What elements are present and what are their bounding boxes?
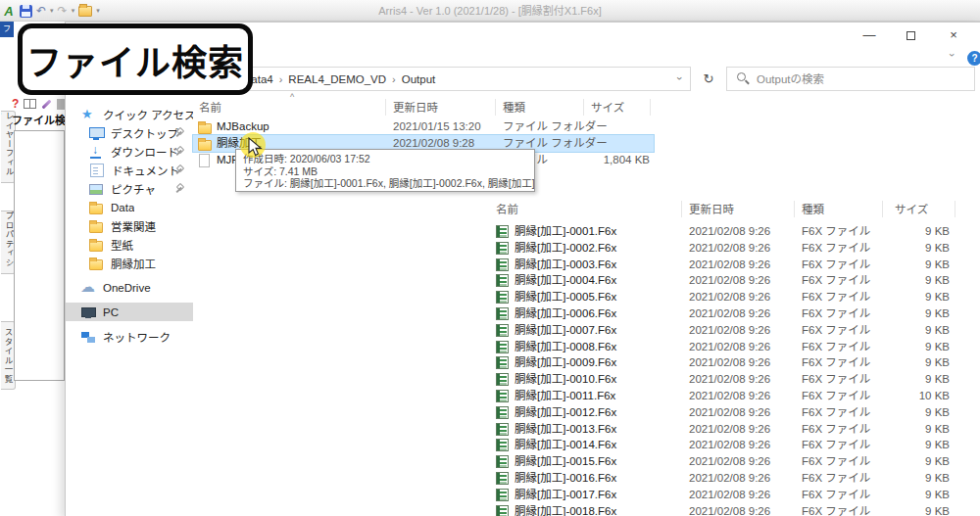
f6x-icon [496, 489, 509, 501]
column-divider[interactable] [495, 99, 496, 116]
f6x-icon [496, 324, 509, 337]
column-header-type[interactable]: 種類 [802, 201, 824, 216]
file-size: 1,804 KB [575, 152, 650, 168]
column-divider[interactable] [583, 99, 584, 116]
file-row[interactable]: 胴縁[加工]-0008.F6x 2021/02/08 9:26 F6X ファイル… [487, 339, 977, 355]
breadcrumb-segment[interactable]: Output [402, 73, 436, 85]
sidebar-item[interactable]: クイック アクセス [66, 105, 193, 123]
search-input[interactable] [757, 73, 974, 85]
column-header-size[interactable]: サイズ [895, 201, 928, 216]
column-header-type[interactable]: 種類 [503, 99, 525, 115]
sidebar-item[interactable]: OneDrive [66, 278, 193, 297]
file-row[interactable]: 胴縁[加工]-0018.F6x 2021/02/08 9:26 F6X ファイル… [487, 503, 977, 516]
sidebar-item-label: Data [111, 202, 134, 213]
file-name: 胴縁[加工]-0002.F6x [514, 240, 616, 257]
minimize-button[interactable]: — [853, 23, 886, 48]
sidebar-item-label: 営業関連 [111, 218, 156, 234]
sidebar-item[interactable]: 胴縁加工 [66, 254, 193, 272]
file-row[interactable]: 胴縁[加工]-0002.F6x 2021/02/08 9:26 F6X ファイル… [487, 240, 977, 257]
file-row[interactable]: MJBackup 2021/01/15 13:20 ファイル フォルダー [193, 118, 654, 135]
file-icon [199, 154, 210, 167]
file-type: F6X ファイル [802, 503, 870, 516]
file-row[interactable]: 胴縁[加工]-0017.F6x 2021/02/08 9:26 F6X ファイル… [487, 487, 977, 503]
tab-file[interactable]: ファ [0, 22, 14, 37]
column-header-name[interactable]: 名前 [496, 201, 518, 216]
file-row[interactable]: 胴縁[加工]-0004.F6x 2021/02/08 9:26 F6X ファイル… [487, 272, 977, 289]
file-type: F6X ファイル [802, 289, 870, 305]
maximize-button[interactable] [894, 23, 927, 48]
f6x-icon [496, 505, 509, 516]
file-row[interactable]: 胴縁[加工]-0011.F6x 2021/02/08 9:26 F6X ファイル… [487, 388, 977, 404]
file-modified: 2021/02/08 9:26 [689, 240, 770, 257]
sidebar-item[interactable]: 営業関連 [66, 216, 193, 235]
maximize-icon [906, 31, 915, 40]
column-divider[interactable] [650, 99, 651, 116]
file-row[interactable]: 胴縁[加工]-0005.F6x 2021/02/08 9:26 F6X ファイル… [487, 289, 977, 305]
file-modified: 2021/02/08 9:26 [689, 437, 770, 453]
file-row[interactable]: 胴縁[加工]-0010.F6x 2021/02/08 9:26 F6X ファイル… [487, 371, 977, 388]
address-dropdown-icon[interactable]: › [674, 76, 686, 80]
file-name: 胴縁[加工]-0008.F6x [514, 339, 616, 355]
folder-icon [89, 222, 103, 233]
sidebar-item[interactable]: ネットワーク [66, 327, 193, 346]
column-header-modified[interactable]: 更新日時 [393, 99, 438, 115]
column-divider[interactable] [681, 201, 682, 217]
file-type: F6X ファイル [802, 240, 870, 257]
file-size: 9 KB [879, 453, 950, 470]
file-size: 9 KB [879, 437, 950, 453]
refresh-icon[interactable]: ↻ [697, 67, 720, 91]
breadcrumb-segment[interactable]: REAL4_DEMO_VD [288, 73, 386, 85]
file-modified: 2021/02/08 9:26 [689, 470, 770, 487]
column-divider[interactable] [882, 201, 883, 217]
file-row[interactable]: 胴縁[加工]-0015.F6x 2021/02/08 9:26 F6X ファイル… [487, 453, 977, 470]
folder-icon [198, 123, 212, 134]
address-bar[interactable]: Data4 › REAL4_DEMO_VD › Output › [234, 67, 691, 91]
file-row[interactable]: 胴縁[加工]-0016.F6x 2021/02/08 9:26 F6X ファイル… [487, 470, 977, 487]
download-icon [89, 145, 103, 159]
panel-help-icon[interactable]: ? [12, 97, 19, 111]
sidebar-item[interactable]: ダウンロード [66, 142, 193, 161]
column-divider[interactable] [955, 201, 956, 217]
panel-pen-icon[interactable] [42, 99, 52, 109]
f6x-icon [496, 341, 509, 353]
f6x-icon [496, 455, 509, 468]
sidebar-item-label: デスクトップ [111, 125, 178, 141]
file-type: F6X ファイル [802, 437, 870, 453]
column-header-size[interactable]: サイズ [591, 99, 624, 115]
folder-icon [198, 140, 212, 151]
file-size: 9 KB [879, 257, 950, 273]
file-type: F6X ファイル [802, 470, 870, 487]
file-type: F6X ファイル [802, 371, 870, 388]
file-type: F6X ファイル [802, 404, 870, 421]
file-row[interactable]: 胴縁[加工]-0014.F6x 2021/02/08 9:26 F6X ファイル… [487, 437, 977, 453]
file-name: 胴縁[加工]-0012.F6x [514, 404, 616, 421]
file-row[interactable]: 胴縁[加工]-0009.F6x 2021/02/08 9:26 F6X ファイル… [487, 354, 977, 371]
file-row[interactable]: 胴縁[加工]-0007.F6x 2021/02/08 9:26 F6X ファイル… [487, 322, 977, 339]
help-icon[interactable]: ? [967, 51, 980, 66]
file-size: 9 KB [879, 371, 950, 388]
file-row[interactable]: 胴縁[加工]-0003.F6x 2021/02/08 9:26 F6X ファイル… [487, 257, 977, 273]
sidebar-item-label: ダウンロード [111, 144, 178, 160]
column-header-name[interactable]: 名前 [199, 99, 221, 115]
sidebar-item[interactable]: デスクトップ [66, 123, 193, 142]
file-row[interactable]: 胴縁[加工]-0001.F6x 2021/02/08 9:26 F6X ファイル… [487, 223, 977, 240]
sidebar-item[interactable]: ピクチャ [66, 179, 193, 198]
column-divider[interactable] [794, 201, 795, 217]
sidebar-item[interactable]: ドキュメント [66, 161, 193, 179]
sidebar-item-label: ピクチャ [111, 181, 156, 197]
panel-grid-icon[interactable] [24, 99, 36, 109]
close-button[interactable]: × [937, 23, 970, 48]
file-row[interactable]: 胴縁[加工]-0013.F6x 2021/02/08 9:26 F6X ファイル… [487, 421, 977, 438]
sidebar-item[interactable]: PC [66, 303, 193, 321]
document-icon [90, 164, 104, 177]
file-type: F6X ファイル [802, 339, 870, 355]
file-row[interactable]: 胴縁[加工]-0006.F6x 2021/02/08 9:26 F6X ファイル… [487, 305, 977, 322]
file-row[interactable]: 胴縁[加工]-0012.F6x 2021/02/08 9:26 F6X ファイル… [487, 404, 977, 421]
column-divider[interactable] [385, 99, 386, 116]
ribbon-collapse-icon[interactable]: › [947, 53, 958, 57]
column-header-modified[interactable]: 更新日時 [689, 201, 734, 216]
search-box[interactable] [726, 67, 975, 91]
sidebar-item[interactable]: 型紙 [66, 235, 193, 254]
sidebar-item[interactable]: Data [66, 198, 193, 216]
picture-icon [89, 184, 103, 195]
